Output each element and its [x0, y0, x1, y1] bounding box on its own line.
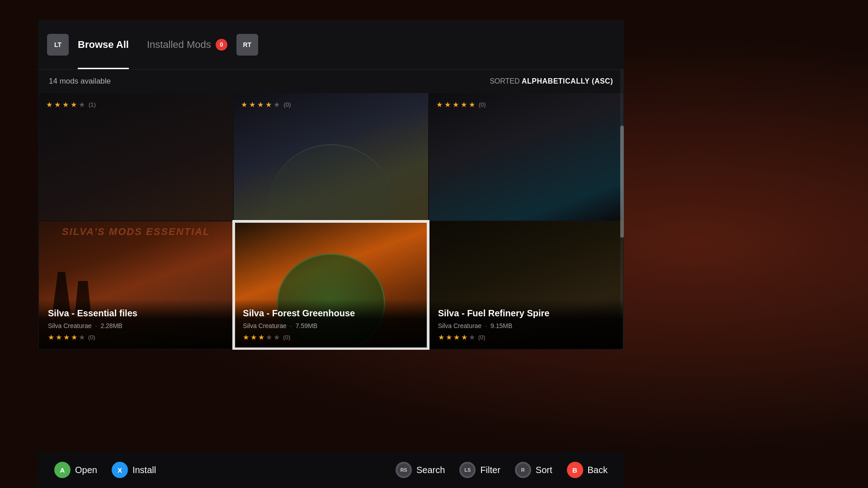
tab-bar: LT Browse All Installed Mods 0 RT: [38, 20, 624, 70]
rt-label: RT: [243, 41, 251, 48]
card-3-rating-count: (0): [479, 101, 486, 108]
star-5: ★: [469, 100, 475, 109]
back-action[interactable]: B Back: [567, 462, 608, 478]
fuel-stars: ★ ★ ★ ★ ★ (0): [438, 333, 614, 342]
star-4: ★: [265, 100, 272, 109]
fuel-overlay: Silva - Fuel Refinery Spire Silva Creatu…: [429, 299, 623, 349]
star-2: ★: [54, 100, 61, 109]
forest-author: Silva Creaturae: [243, 322, 287, 329]
tab-installed-mods[interactable]: Installed Mods 0: [138, 20, 236, 69]
rs-button-search: RS: [396, 462, 412, 478]
mods-count: 14 mods available: [49, 77, 111, 86]
forest-overlay: Silva - Forest Greenhouse Silva Creatura…: [234, 299, 428, 349]
fuel-size: 9.15MB: [491, 322, 512, 329]
install-label: Install: [132, 465, 156, 475]
ls-button-filter: LS: [459, 462, 476, 478]
star-2: ★: [249, 100, 255, 109]
essential-overlay: Silva - Essential files Silva Creaturae …: [39, 299, 233, 349]
essential-stars: ★ ★ ★ ★ ★ (0): [48, 333, 224, 342]
main-window: LT Browse All Installed Mods 0 RT 14 mod…: [38, 20, 624, 350]
fuel-rating-count: (0): [478, 334, 486, 341]
lt-button[interactable]: LT: [47, 34, 69, 56]
forest-rating-count: (0): [283, 334, 290, 341]
fuel-author: Silva Creaturae: [438, 322, 482, 329]
x-button: X: [112, 462, 128, 478]
tab-browse-all[interactable]: Browse All: [69, 20, 138, 69]
rt-button[interactable]: RT: [236, 34, 258, 56]
star-3: ★: [453, 100, 459, 109]
star-1: ★: [241, 100, 247, 109]
x-label: X: [118, 466, 122, 474]
mod-card-forest[interactable]: Silva - Forest Greenhouse Silva Creatura…: [234, 221, 428, 349]
essential-meta: Silva Creaturae · 2.28MB: [48, 322, 224, 329]
essential-watermark: SILVA'S MODS ESSENTIAL: [39, 226, 233, 238]
bottom-bar: A Open X Install RS Search LS: [38, 452, 624, 488]
b-label: B: [572, 466, 577, 474]
star-5: ★: [79, 100, 85, 109]
card-2-stars-top: ★ ★ ★ ★ ★ (0): [241, 100, 291, 109]
sort-bar: 14 mods available SORTED ALPHABETICALLY …: [38, 70, 624, 93]
forest-size: 7.59MB: [296, 322, 317, 329]
card-2-rating-count: (0): [283, 101, 291, 108]
bottom-actions-right: RS Search LS Filter R Sort: [396, 462, 608, 478]
mod-card-2[interactable]: ★ ★ ★ ★ ★ (0): [234, 93, 428, 221]
filter-label: Filter: [480, 465, 500, 475]
star-3: ★: [62, 100, 69, 109]
a-button: A: [54, 462, 71, 478]
sort-label: Sort: [536, 465, 552, 475]
forest-title: Silva - Forest Greenhouse: [243, 308, 419, 319]
star-5: ★: [274, 100, 280, 109]
search-action[interactable]: RS Search: [396, 462, 445, 478]
scrollbar-thumb: [620, 126, 624, 238]
mod-card-essential[interactable]: SILVA'S MODS ESSENTIAL Silva - Essential…: [39, 221, 233, 349]
sorted-label: SORTED: [490, 77, 519, 85]
star-3: ★: [257, 100, 264, 109]
tab-browse-all-label: Browse All: [78, 39, 129, 51]
sort-action[interactable]: R Sort: [515, 462, 552, 478]
sort-info: SORTED ALPHABETICALLY (ASC): [490, 77, 613, 85]
fuel-title: Silva - Fuel Refinery Spire: [438, 308, 614, 319]
tab-installed-mods-label: Installed Mods: [147, 39, 211, 51]
back-label: Back: [588, 465, 608, 475]
fuel-meta: Silva Creaturae · 9.15MB: [438, 322, 614, 329]
install-action[interactable]: X Install: [112, 462, 156, 478]
star-1: ★: [436, 100, 443, 109]
mod-card-1[interactable]: ★ ★ ★ ★ ★ (1): [39, 93, 233, 221]
search-label: Search: [416, 465, 445, 475]
card-1-rating-count: (1): [89, 101, 96, 108]
mod-card-3[interactable]: ★ ★ ★ ★ ★ (0): [429, 93, 623, 221]
a-label: A: [60, 466, 65, 474]
installed-mods-badge: 0: [216, 39, 227, 51]
star-2: ★: [444, 100, 451, 109]
mods-grid: ★ ★ ★ ★ ★ (1) ★ ★ ★ ★ ★ (0) ★: [38, 93, 624, 350]
r-button-sort: R: [515, 462, 531, 478]
mod-card-fuel[interactable]: Silva - Fuel Refinery Spire Silva Creatu…: [429, 221, 623, 349]
essential-size: 2.28MB: [100, 322, 122, 329]
essential-title: Silva - Essential files: [48, 308, 224, 319]
filter-action[interactable]: LS Filter: [459, 462, 500, 478]
forest-stars: ★ ★ ★ ★ ★ (0): [243, 333, 419, 342]
star-4: ★: [461, 100, 467, 109]
card-3-stars-top: ★ ★ ★ ★ ★ (0): [436, 100, 486, 109]
open-action[interactable]: A Open: [54, 462, 97, 478]
bottom-actions-left: A Open X Install: [54, 462, 156, 478]
lt-label: LT: [54, 41, 61, 48]
essential-author: Silva Creaturae: [48, 322, 92, 329]
forest-meta: Silva Creaturae · 7.59MB: [243, 322, 419, 329]
dome-shape: [268, 144, 394, 221]
essential-rating-count: (0): [88, 334, 95, 341]
sorted-value: ALPHABETICALLY (ASC): [522, 77, 613, 85]
star-1: ★: [46, 100, 52, 109]
card-1-stars-top: ★ ★ ★ ★ ★ (1): [46, 100, 96, 109]
open-label: Open: [75, 465, 97, 475]
star-4: ★: [71, 100, 77, 109]
b-button: B: [567, 462, 583, 478]
